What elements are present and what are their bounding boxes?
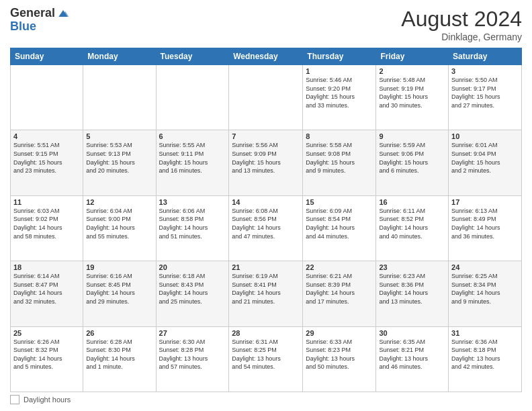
day-info: Sunrise: 5:46 AM Sunset: 9:20 PM Dayligh… xyxy=(306,76,373,109)
day-number: 22 xyxy=(306,263,373,271)
day-info: Sunrise: 6:35 AM Sunset: 8:21 PM Dayligh… xyxy=(379,338,445,371)
day-number: 27 xyxy=(159,329,226,337)
day-number: 11 xyxy=(13,198,80,206)
logo-general: General xyxy=(10,7,55,20)
calendar-week-row: 18Sunrise: 6:14 AM Sunset: 8:47 PM Dayli… xyxy=(11,261,522,326)
day-info: Sunrise: 6:26 AM Sunset: 8:32 PM Dayligh… xyxy=(13,338,80,371)
day-info: Sunrise: 6:03 AM Sunset: 9:02 PM Dayligh… xyxy=(13,207,80,240)
day-number: 29 xyxy=(306,329,373,337)
day-number: 10 xyxy=(451,132,519,140)
day-info: Sunrise: 6:18 AM Sunset: 8:43 PM Dayligh… xyxy=(159,272,226,306)
table-row: 1Sunrise: 5:46 AM Sunset: 9:20 PM Daylig… xyxy=(303,65,376,130)
table-row: 27Sunrise: 6:30 AM Sunset: 8:28 PM Dayli… xyxy=(156,326,229,392)
footer-label: Daylight hours xyxy=(24,396,71,404)
header: General Blue August 2024 Dinklage, Germa… xyxy=(10,7,522,42)
day-number: 28 xyxy=(232,329,300,337)
title-section: August 2024 Dinklage, Germany xyxy=(401,7,522,42)
table-row: 17Sunrise: 6:13 AM Sunset: 8:49 PM Dayli… xyxy=(449,195,522,261)
day-info: Sunrise: 5:56 AM Sunset: 9:09 PM Dayligh… xyxy=(232,141,300,175)
calendar-week-row: 25Sunrise: 6:26 AM Sunset: 8:32 PM Dayli… xyxy=(11,326,522,392)
day-info: Sunrise: 6:04 AM Sunset: 9:00 PM Dayligh… xyxy=(86,207,152,240)
calendar: Sunday Monday Tuesday Wednesday Thursday… xyxy=(10,48,522,392)
day-info: Sunrise: 6:33 AM Sunset: 8:23 PM Dayligh… xyxy=(306,338,373,371)
day-info: Sunrise: 6:28 AM Sunset: 8:30 PM Dayligh… xyxy=(86,338,152,371)
col-friday: Friday xyxy=(376,48,449,65)
day-number: 8 xyxy=(306,132,373,140)
logo-blue: Blue xyxy=(10,20,70,34)
day-number: 16 xyxy=(379,198,445,206)
table-row: 12Sunrise: 6:04 AM Sunset: 9:00 PM Dayli… xyxy=(83,195,156,261)
table-row: 11Sunrise: 6:03 AM Sunset: 9:02 PM Dayli… xyxy=(11,195,83,261)
table-row: 31Sunrise: 6:36 AM Sunset: 8:18 PM Dayli… xyxy=(449,326,522,392)
day-number: 5 xyxy=(86,132,152,140)
table-row: 20Sunrise: 6:18 AM Sunset: 8:43 PM Dayli… xyxy=(156,261,229,326)
table-row: 19Sunrise: 6:16 AM Sunset: 8:45 PM Dayli… xyxy=(83,261,156,326)
table-row: 9Sunrise: 5:59 AM Sunset: 9:06 PM Daylig… xyxy=(376,130,449,195)
day-number: 1 xyxy=(306,67,373,75)
logo-icon xyxy=(56,7,70,20)
col-thursday: Thursday xyxy=(303,48,376,65)
day-number: 30 xyxy=(379,329,445,337)
table-row: 24Sunrise: 6:25 AM Sunset: 8:34 PM Dayli… xyxy=(449,261,522,326)
day-info: Sunrise: 5:58 AM Sunset: 9:08 PM Dayligh… xyxy=(306,141,373,175)
table-row: 3Sunrise: 5:50 AM Sunset: 9:17 PM Daylig… xyxy=(449,65,522,130)
day-number: 6 xyxy=(159,132,226,140)
day-number: 23 xyxy=(379,263,445,271)
table-row: 22Sunrise: 6:21 AM Sunset: 8:39 PM Dayli… xyxy=(303,261,376,326)
col-wednesday: Wednesday xyxy=(229,48,303,65)
table-row: 8Sunrise: 5:58 AM Sunset: 9:08 PM Daylig… xyxy=(303,130,376,195)
day-number: 3 xyxy=(451,67,519,75)
day-info: Sunrise: 6:08 AM Sunset: 8:56 PM Dayligh… xyxy=(232,207,300,240)
day-info: Sunrise: 6:21 AM Sunset: 8:39 PM Dayligh… xyxy=(306,272,373,306)
logo: General Blue xyxy=(10,7,70,34)
day-number: 31 xyxy=(451,329,519,337)
table-row: 18Sunrise: 6:14 AM Sunset: 8:47 PM Dayli… xyxy=(11,261,83,326)
calendar-header-row: Sunday Monday Tuesday Wednesday Thursday… xyxy=(11,48,522,65)
day-info: Sunrise: 5:50 AM Sunset: 9:17 PM Dayligh… xyxy=(451,76,519,109)
col-sunday: Sunday xyxy=(11,48,83,65)
day-number: 26 xyxy=(86,329,152,337)
table-row: 29Sunrise: 6:33 AM Sunset: 8:23 PM Dayli… xyxy=(303,326,376,392)
table-row: 2Sunrise: 5:48 AM Sunset: 9:19 PM Daylig… xyxy=(376,65,449,130)
table-row: 5Sunrise: 5:53 AM Sunset: 9:13 PM Daylig… xyxy=(83,130,156,195)
day-number: 2 xyxy=(379,67,445,75)
day-info: Sunrise: 6:36 AM Sunset: 8:18 PM Dayligh… xyxy=(451,338,519,371)
table-row: 23Sunrise: 6:23 AM Sunset: 8:36 PM Dayli… xyxy=(376,261,449,326)
table-row: 26Sunrise: 6:28 AM Sunset: 8:30 PM Dayli… xyxy=(83,326,156,392)
day-number: 13 xyxy=(159,198,226,206)
day-number: 18 xyxy=(13,263,80,271)
day-info: Sunrise: 5:53 AM Sunset: 9:13 PM Dayligh… xyxy=(86,141,152,175)
day-info: Sunrise: 6:06 AM Sunset: 8:58 PM Dayligh… xyxy=(159,207,226,240)
day-info: Sunrise: 6:19 AM Sunset: 8:41 PM Dayligh… xyxy=(232,272,300,306)
table-row: 13Sunrise: 6:06 AM Sunset: 8:58 PM Dayli… xyxy=(156,195,229,261)
day-number: 19 xyxy=(86,263,152,271)
day-info: Sunrise: 6:16 AM Sunset: 8:45 PM Dayligh… xyxy=(86,272,152,306)
col-monday: Monday xyxy=(83,48,156,65)
table-row xyxy=(156,65,229,130)
day-number: 4 xyxy=(13,132,80,140)
day-info: Sunrise: 5:59 AM Sunset: 9:06 PM Dayligh… xyxy=(379,141,445,175)
calendar-week-row: 4Sunrise: 5:51 AM Sunset: 9:15 PM Daylig… xyxy=(11,130,522,195)
table-row: 14Sunrise: 6:08 AM Sunset: 8:56 PM Dayli… xyxy=(229,195,303,261)
table-row xyxy=(229,65,303,130)
day-info: Sunrise: 6:01 AM Sunset: 9:04 PM Dayligh… xyxy=(451,141,519,175)
day-info: Sunrise: 6:30 AM Sunset: 8:28 PM Dayligh… xyxy=(159,338,226,371)
table-row: 6Sunrise: 5:55 AM Sunset: 9:11 PM Daylig… xyxy=(156,130,229,195)
calendar-week-row: 11Sunrise: 6:03 AM Sunset: 9:02 PM Dayli… xyxy=(11,195,522,261)
page: General Blue August 2024 Dinklage, Germa… xyxy=(0,0,532,411)
day-info: Sunrise: 6:13 AM Sunset: 8:49 PM Dayligh… xyxy=(451,207,519,240)
day-info: Sunrise: 6:23 AM Sunset: 8:36 PM Dayligh… xyxy=(379,272,445,306)
day-number: 20 xyxy=(159,263,226,271)
table-row: 30Sunrise: 6:35 AM Sunset: 8:21 PM Dayli… xyxy=(376,326,449,392)
table-row: 10Sunrise: 6:01 AM Sunset: 9:04 PM Dayli… xyxy=(449,130,522,195)
footer: Daylight hours xyxy=(10,395,522,404)
col-saturday: Saturday xyxy=(449,48,522,65)
table-row: 25Sunrise: 6:26 AM Sunset: 8:32 PM Dayli… xyxy=(11,326,83,392)
day-info: Sunrise: 6:11 AM Sunset: 8:52 PM Dayligh… xyxy=(379,207,445,240)
footer-box xyxy=(10,395,19,404)
day-number: 25 xyxy=(13,329,80,337)
table-row xyxy=(11,65,83,130)
table-row: 28Sunrise: 6:31 AM Sunset: 8:25 PM Dayli… xyxy=(229,326,303,392)
day-number: 24 xyxy=(451,263,519,271)
col-tuesday: Tuesday xyxy=(156,48,229,65)
